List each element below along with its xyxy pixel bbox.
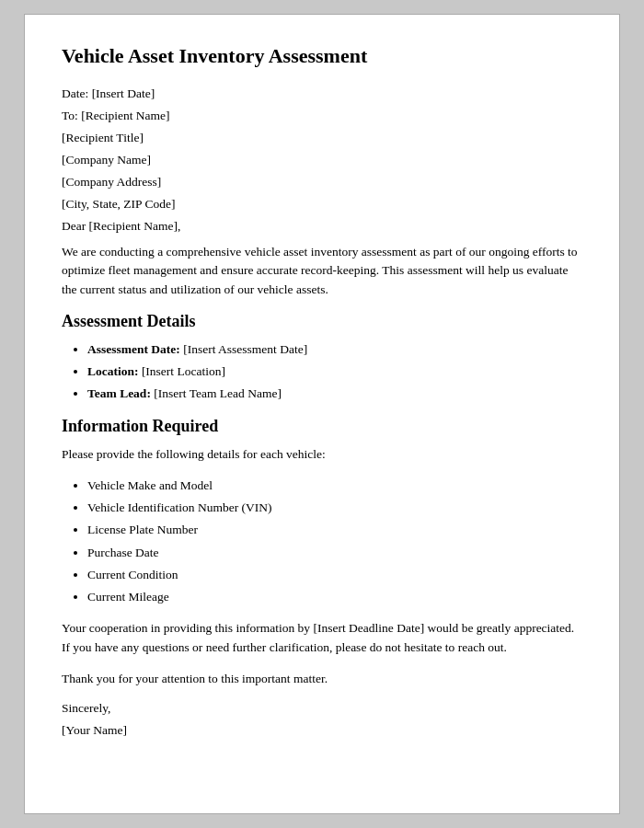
to-value: [Recipient Name] <box>81 109 169 122</box>
document-container: Vehicle Asset Inventory Assessment Date:… <box>24 14 620 814</box>
document-title: Vehicle Asset Inventory Assessment <box>62 44 582 68</box>
list-item: Location: [Insert Location] <box>87 362 582 381</box>
recipient-title-line: [Recipient Title] <box>62 131 582 145</box>
sincerely-line: Sincerely, <box>62 701 582 716</box>
assessment-date-label: Assessment Date: <box>87 342 180 356</box>
assessment-details-list: Assessment Date: [Insert Assessment Date… <box>87 340 582 404</box>
list-item: Vehicle Identification Number (VIN) <box>87 499 582 517</box>
thank-you-line: Thank you for your attention to this imp… <box>62 670 582 688</box>
your-name-line: [Your Name] <box>62 723 582 738</box>
company-address-line: [Company Address] <box>62 175 582 190</box>
list-item: Assessment Date: [Insert Assessment Date… <box>87 340 582 359</box>
team-lead-value: [Insert Team Lead Name] <box>154 386 282 400</box>
to-line: To: [Recipient Name] <box>62 109 582 123</box>
intro-paragraph: We are conducting a comprehensive vehicl… <box>62 243 582 299</box>
information-intro: Please provide the following details for… <box>62 445 582 464</box>
assessment-details-heading: Assessment Details <box>62 312 582 331</box>
date-value: [Insert Date] <box>92 86 155 100</box>
list-item: Team Lead: [Insert Team Lead Name] <box>87 385 582 403</box>
salutation: Dear [Recipient Name], <box>62 219 582 234</box>
team-lead-label: Team Lead: <box>87 386 151 400</box>
information-required-heading: Information Required <box>62 417 582 436</box>
date-label: Date: <box>62 86 88 100</box>
date-line: Date: [Insert Date] <box>62 86 582 101</box>
cooperation-paragraph: Your cooperation in providing this infor… <box>62 619 582 657</box>
company-name-line: [Company Name] <box>62 153 582 167</box>
list-item: Vehicle Make and Model <box>87 477 582 495</box>
assessment-date-value: [Insert Assessment Date] <box>183 342 307 356</box>
to-label: To: <box>62 109 78 122</box>
location-label: Location: <box>87 364 139 378</box>
city-state-zip-line: [City, State, ZIP Code] <box>62 197 582 212</box>
information-required-list: Vehicle Make and Model Vehicle Identific… <box>87 477 582 607</box>
list-item: Current Condition <box>87 566 582 584</box>
list-item: Current Mileage <box>87 588 582 606</box>
list-item: Purchase Date <box>87 544 582 562</box>
list-item: License Plate Number <box>87 521 582 539</box>
location-value: [Insert Location] <box>142 364 225 378</box>
